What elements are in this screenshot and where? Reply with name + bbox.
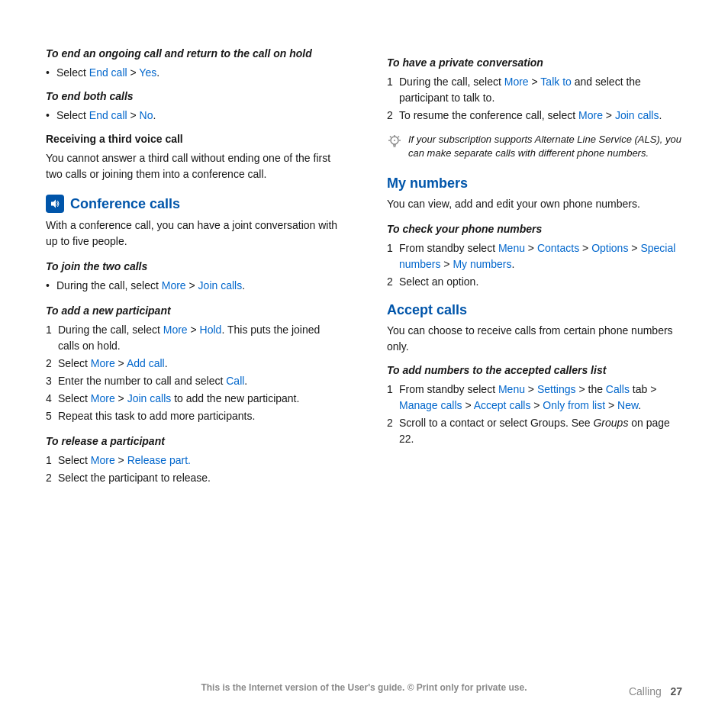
release-step-1: Select More > Release part. [46, 453, 341, 469]
end-call-section: To end an ongoing call and return to the… [46, 46, 341, 182]
add-participant-heading: To add a new participant [46, 303, 341, 319]
no-link[interactable]: No [140, 109, 153, 121]
check-phone-heading: To check your phone numbers [387, 221, 682, 237]
join-calls-bullet: During the call, select More > Join call… [46, 278, 341, 294]
call-link[interactable]: Call [226, 375, 244, 387]
more-link3[interactable]: More [91, 357, 115, 369]
conference-heading: Conference calls [46, 195, 341, 213]
more-link5[interactable]: More [91, 454, 115, 466]
add-step-2: Select More > Add call. [46, 356, 341, 372]
settings-link[interactable]: Settings [537, 383, 576, 395]
release-list: Select More > Release part. Select the p… [46, 453, 341, 486]
footer-area: Calling 27 This is the Internet version … [46, 665, 682, 697]
private-step-1: During the call, select More > Talk to a… [387, 74, 682, 106]
end-call-link2[interactable]: End call [89, 109, 127, 121]
menu-link1[interactable]: Menu [498, 242, 525, 254]
my-numbers-title: My numbers [387, 176, 468, 192]
more-link4[interactable]: More [91, 392, 115, 404]
conference-title: Conference calls [70, 196, 180, 212]
add-numbers-steps: From standby select Menu > Settings > th… [387, 382, 682, 447]
add-numbers-heading: To add numbers to the accepted callers l… [387, 362, 682, 378]
conference-body: With a conference call, you can have a j… [46, 217, 341, 250]
options-link[interactable]: Options [591, 242, 628, 254]
my-numbers-section: My numbers You can view, add and edit yo… [387, 176, 682, 290]
my-numbers-body: You can view, add and edit your own phon… [387, 196, 682, 212]
add-numbers-step-1: From standby select Menu > Settings > th… [387, 382, 682, 414]
more-link2[interactable]: More [163, 324, 188, 336]
join-calls-link[interactable]: Join calls [198, 279, 243, 292]
end-call-link[interactable]: End call [89, 66, 127, 79]
accept-calls-link[interactable]: Accept calls [474, 399, 531, 411]
add-participant-list: During the call, select More > Hold. Thi… [46, 322, 341, 424]
only-from-list-link[interactable]: Only from list [543, 399, 605, 411]
join-calls-heading: To join the two calls [46, 259, 341, 275]
private-heading: To have a private conversation [387, 55, 682, 71]
add-call-link[interactable]: Add call [127, 357, 165, 369]
private-step-2: To resume the conference call, select Mo… [387, 108, 682, 124]
private-steps: During the call, select More > Talk to a… [387, 74, 682, 124]
check-phone-steps: From standby select Menu > Contacts > Op… [387, 240, 682, 290]
check-step-1: From standby select Menu > Contacts > Op… [387, 240, 682, 272]
accept-calls-section: Accept calls You can choose to receive c… [387, 302, 682, 447]
svg-point-1 [394, 140, 395, 141]
new-link[interactable]: New [617, 399, 638, 411]
release-heading: To release a participant [46, 433, 341, 449]
accept-calls-body: You can choose to receive calls from cer… [387, 323, 682, 355]
release-part-link[interactable]: Release part. [127, 454, 191, 466]
hold-link[interactable]: Hold [200, 324, 222, 336]
my-numbers-link[interactable]: My numbers [453, 258, 511, 270]
yes-link[interactable]: Yes [139, 66, 156, 79]
page: To end an ongoing call and return to the… [0, 0, 728, 728]
tip-icon [387, 134, 402, 150]
note-text: If your subscription supports Alternate … [408, 133, 682, 160]
release-step-2: Select the participant to release. [46, 470, 341, 486]
private-section: To have a private conversation During th… [387, 55, 682, 163]
conference-section: Conference calls With a conference call,… [46, 195, 341, 486]
join-calls-link3[interactable]: Join calls [615, 109, 659, 121]
add-step-5: Repeat this task to add more participant… [46, 408, 341, 424]
conference-icon [46, 195, 64, 213]
end-ongoing-heading: To end an ongoing call and return to the… [46, 46, 341, 62]
menu-link2[interactable]: Menu [498, 383, 525, 395]
more-link1[interactable]: More [162, 279, 186, 292]
calls-tab-link[interactable]: Calls [606, 383, 630, 395]
add-numbers-step-2: Scroll to a contact or select Groups. Se… [387, 415, 682, 447]
add-step-4: Select More > Join calls to add the new … [46, 391, 341, 407]
check-step-2: Select an option. [387, 274, 682, 290]
accept-calls-heading: Accept calls [387, 302, 682, 318]
join-calls-link2[interactable]: Join calls [127, 392, 172, 404]
add-step-3: Enter the number to call and select Call… [46, 373, 341, 389]
third-call-heading: Receiving a third voice call [46, 131, 341, 147]
end-ongoing-bullet: Select End call > Yes. [46, 65, 341, 81]
note-box: If your subscription supports Alternate … [387, 133, 682, 163]
accept-calls-title: Accept calls [387, 302, 467, 318]
calling-label: Calling [629, 685, 662, 697]
more-link7[interactable]: More [578, 109, 603, 121]
footer-text: This is the Internet version of the User… [46, 681, 682, 694]
talk-to-link[interactable]: Talk to [540, 76, 571, 88]
more-link6[interactable]: More [504, 76, 529, 88]
my-numbers-heading: My numbers [387, 176, 682, 192]
manage-calls-link[interactable]: Manage calls [399, 399, 462, 411]
contacts-link[interactable]: Contacts [537, 242, 579, 254]
page-number: 27 [670, 685, 682, 697]
end-both-bullet: Select End call > No. [46, 108, 341, 124]
third-call-body: You cannot answer a third call without e… [46, 150, 341, 182]
page-number-area: Calling 27 [629, 685, 682, 697]
left-column: To end an ongoing call and return to the… [46, 46, 349, 665]
end-both-heading: To end both calls [46, 89, 341, 105]
add-step-1: During the call, select More > Hold. Thi… [46, 322, 341, 354]
right-column: To have a private conversation During th… [379, 46, 682, 665]
